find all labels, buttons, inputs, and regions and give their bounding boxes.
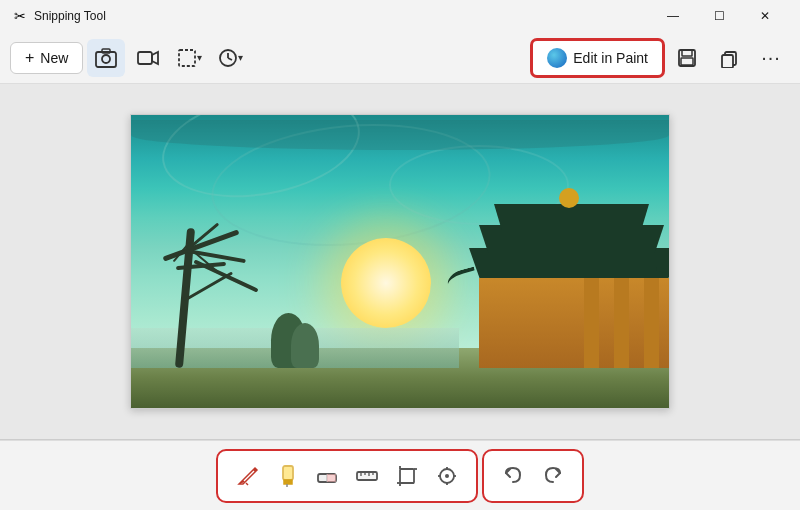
more-icon: ··· bbox=[761, 46, 781, 69]
svg-rect-14 bbox=[283, 466, 293, 480]
edit-in-paint-label: Edit in Paint bbox=[573, 50, 648, 66]
svg-rect-19 bbox=[357, 472, 377, 480]
main-content bbox=[0, 84, 800, 439]
svg-rect-10 bbox=[682, 50, 692, 56]
svg-line-8 bbox=[228, 58, 232, 60]
crop-tool-button[interactable] bbox=[388, 457, 426, 495]
video-mode-button[interactable] bbox=[129, 39, 167, 77]
plus-icon: + bbox=[25, 49, 34, 67]
new-button[interactable]: + New bbox=[10, 42, 83, 74]
svg-point-30 bbox=[445, 474, 449, 478]
pen-tool-button[interactable] bbox=[228, 457, 266, 495]
svg-rect-5 bbox=[179, 50, 195, 66]
minimize-button[interactable]: — bbox=[650, 0, 696, 32]
window-controls: — ☐ ✕ bbox=[650, 0, 788, 32]
screenshot-preview bbox=[130, 114, 670, 409]
eraser-tool-button[interactable] bbox=[308, 457, 346, 495]
undo-button[interactable] bbox=[494, 457, 532, 495]
save-icon bbox=[677, 48, 697, 68]
svg-rect-13 bbox=[722, 55, 733, 68]
minimize-icon: — bbox=[667, 9, 679, 23]
ruler-tool-button[interactable] bbox=[348, 457, 386, 495]
history-tools-group bbox=[482, 449, 584, 503]
svg-marker-4 bbox=[152, 52, 158, 64]
redo-button[interactable] bbox=[534, 457, 572, 495]
pen-icon bbox=[235, 464, 259, 488]
video-icon bbox=[137, 47, 159, 69]
save-button[interactable] bbox=[668, 39, 706, 77]
copy-icon bbox=[719, 48, 739, 68]
more-button[interactable]: ··· bbox=[752, 39, 790, 77]
svg-rect-3 bbox=[138, 52, 152, 64]
svg-rect-18 bbox=[327, 474, 336, 482]
close-button[interactable]: ✕ bbox=[742, 0, 788, 32]
highlighter-tool-button[interactable] bbox=[268, 457, 306, 495]
close-icon: ✕ bbox=[760, 9, 770, 23]
moon bbox=[341, 238, 431, 328]
bottom-toolbar bbox=[0, 440, 800, 510]
highlighter-icon bbox=[275, 464, 299, 488]
title-bar: ✂ Snipping Tool — ☐ ✕ bbox=[0, 0, 800, 32]
touch-select-button[interactable] bbox=[428, 457, 466, 495]
undo-icon bbox=[502, 465, 524, 487]
scene-illustration bbox=[131, 115, 669, 408]
delay-icon bbox=[218, 48, 238, 68]
svg-rect-15 bbox=[284, 480, 292, 484]
maximize-button[interactable]: ☐ bbox=[696, 0, 742, 32]
edit-in-paint-button[interactable]: Edit in Paint bbox=[531, 39, 664, 77]
camera-icon bbox=[95, 47, 117, 69]
svg-rect-24 bbox=[400, 469, 414, 483]
delay-button[interactable]: ▾ bbox=[212, 39, 249, 77]
eraser-icon bbox=[315, 464, 339, 488]
snip-mode-chevron: ▾ bbox=[197, 52, 202, 63]
snip-mode-button[interactable]: ▾ bbox=[171, 39, 208, 77]
app-icon: ✂ bbox=[12, 8, 28, 24]
svg-point-1 bbox=[102, 55, 110, 63]
ruler-icon bbox=[355, 464, 379, 488]
drawing-tools-group bbox=[216, 449, 478, 503]
delay-chevron: ▾ bbox=[238, 52, 243, 63]
screenshot-mode-button[interactable] bbox=[87, 39, 125, 77]
main-toolbar: + New ▾ ▾ Edit in Paint bbox=[0, 32, 800, 84]
app-title: Snipping Tool bbox=[34, 9, 650, 23]
maximize-icon: ☐ bbox=[714, 9, 725, 23]
svg-rect-2 bbox=[102, 49, 110, 53]
copy-button[interactable] bbox=[710, 39, 748, 77]
svg-rect-11 bbox=[681, 58, 693, 65]
touch-icon bbox=[435, 464, 459, 488]
paint-globe-icon bbox=[547, 48, 567, 68]
new-label: New bbox=[40, 50, 68, 66]
crop-icon bbox=[395, 464, 419, 488]
redo-icon bbox=[542, 465, 564, 487]
snip-mode-icon bbox=[177, 48, 197, 68]
